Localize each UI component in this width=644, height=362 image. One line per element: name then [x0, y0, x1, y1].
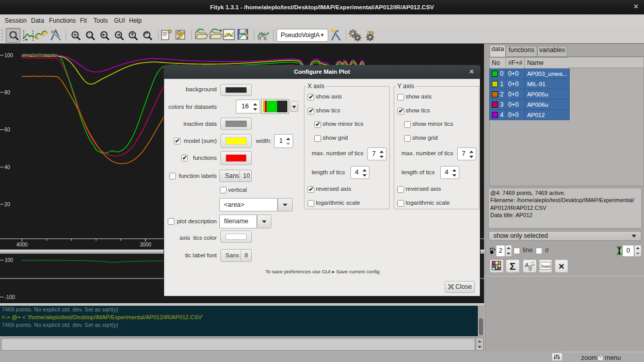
svg-text:Inam: Inam	[541, 264, 551, 269]
svg-text:40: 40	[5, 164, 11, 170]
svg-text:4000: 4000	[16, 242, 28, 248]
svg-text:60: 60	[5, 127, 11, 133]
svg-text:80: 80	[5, 90, 11, 95]
svg-text:20: 20	[5, 202, 11, 207]
svg-text:g: g	[528, 264, 532, 271]
svg-text:100: 100	[5, 53, 13, 58]
svg-text:-100: -100	[5, 294, 15, 300]
svg-text:100: 100	[5, 257, 13, 263]
svg-text:3000: 3000	[140, 242, 152, 248]
